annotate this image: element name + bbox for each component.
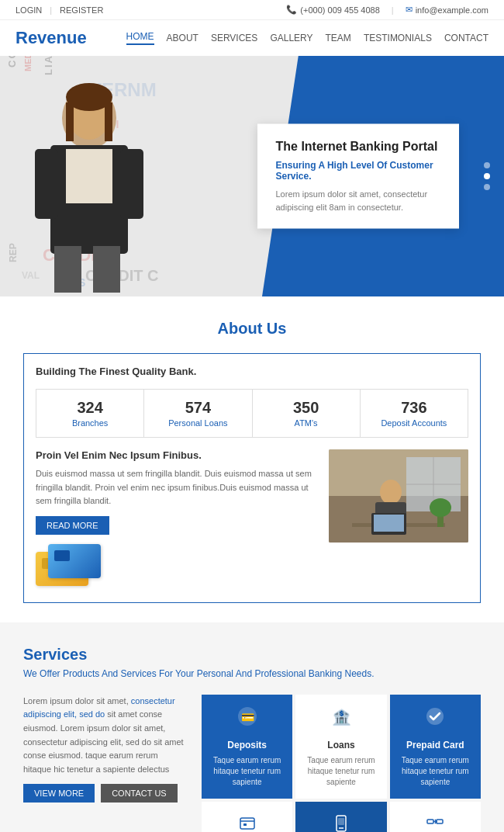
fund-svg: [424, 813, 446, 832]
hero-dot-1[interactable]: [484, 162, 490, 168]
services-section: Services We Offer Products And Services …: [0, 622, 504, 832]
service-tile-mcash: Mcash Taque earum rerum hitaque tenetur …: [295, 802, 386, 832]
about-image: [329, 449, 468, 543]
separator: |: [50, 5, 52, 15]
deposits-title: Deposits: [227, 740, 267, 751]
services-layout: Lorem ipsum dolor sit amet, consectetur …: [23, 695, 481, 832]
stat-label-branches: Branches: [46, 418, 134, 428]
header: Revenue HOME ABOUT SERVICES GALLERY TEAM…: [0, 20, 504, 56]
svg-rect-33: [427, 820, 433, 823]
email-info: ✉ info@example.com: [406, 5, 488, 15]
hero-card: The Internet Banking Portal Ensuring A H…: [257, 124, 459, 229]
stats-row: 324 Branches 574 Personal Loans 350 ATM'…: [36, 389, 468, 438]
nav-team[interactable]: TEAM: [326, 33, 351, 43]
contact-us-button[interactable]: CONTACT US: [101, 784, 178, 803]
read-more-button[interactable]: READ MORE: [36, 516, 109, 535]
stat-num-atms: 350: [262, 399, 350, 417]
hero-section: COLLECTION MEDICAL LIABILITY TAXES REP V…: [0, 56, 504, 296]
about-box: Building The Finest Quality Bank. 324 Br…: [23, 353, 481, 603]
services-desc-start: We Offer Products And Services For Your: [23, 668, 197, 679]
prepaid-title: Prepaid Card: [406, 740, 464, 751]
service-tile-prepaid: Prepaid Card Taque earum rerum hitaque t…: [390, 695, 481, 799]
stat-num-branches: 324: [46, 399, 134, 417]
services-title: Services: [23, 646, 481, 664]
nav-gallery[interactable]: GALLERY: [270, 33, 312, 43]
loans-svg: 🏦: [330, 705, 352, 727]
svg-rect-2: [35, 149, 58, 219]
stat-atms: 350 ATM's: [253, 390, 361, 437]
view-more-button[interactable]: VIEW MORE: [23, 784, 95, 803]
svg-rect-27: [240, 818, 254, 829]
register-link[interactable]: REGISTER: [60, 5, 103, 15]
deposits-desc: Taque earum rerum hitaque tenetur rum sa…: [209, 755, 285, 788]
card-blue: [48, 544, 101, 578]
about-sub-title: Proin Vel Enim Nec Ipsum Finibus.: [36, 449, 317, 461]
svg-rect-9: [66, 102, 74, 141]
services-left-body: Lorem ipsum dolor sit amet, consectetur …: [23, 695, 186, 777]
about-photo: [329, 449, 468, 543]
services-desc-personal: Personal: [197, 668, 233, 679]
hero-person: [4, 71, 174, 296]
stat-num-loans: 574: [154, 399, 242, 417]
svg-text:💳: 💳: [240, 711, 254, 724]
word-collection: COLLECTION: [6, 56, 18, 68]
about-section: About Us Building The Finest Quality Ban…: [0, 296, 504, 622]
about-title: About Us: [23, 320, 481, 338]
nav-home[interactable]: HOME: [126, 31, 154, 45]
deposits-svg: 💳: [236, 705, 258, 727]
card-chip-2: [54, 550, 70, 561]
services-buttons: VIEW MORE CONTACT US: [23, 784, 186, 803]
services-desc-professional: Professional Banking: [254, 668, 342, 679]
stat-label-loans: Personal Loans: [154, 418, 242, 428]
netbanking-icon: [236, 813, 258, 832]
email-icon: ✉: [406, 5, 413, 15]
service-tile-deposits: 💳 Deposits Taque earum rerum hitaque ten…: [202, 695, 292, 799]
service-tile-loans: 🏦 Loans Taque earum rerum hitaque tenetu…: [295, 695, 386, 799]
loans-icon: 🏦: [330, 705, 352, 732]
nav-about[interactable]: ABOUT: [167, 33, 198, 43]
about-title-a: A: [218, 320, 229, 337]
stat-label-deposits: Deposit Accounts: [370, 418, 458, 428]
stat-deposits: 736 Deposit Accounts: [361, 390, 468, 437]
mcash-icon: [330, 813, 352, 832]
nav-testimonials[interactable]: TESTIMONIALS: [364, 33, 432, 43]
about-content: Proin Vel Enim Nec Ipsum Finibus. Duis e…: [36, 449, 468, 591]
top-bar-contact: 📞 (+000) 009 455 4088 | ✉ info@example.c…: [286, 5, 488, 15]
prepaid-desc: Taque earum rerum hitaque tenetur rum sa…: [398, 755, 473, 788]
services-title-s: S: [23, 646, 33, 663]
top-bar: LOGIN | REGISTER 📞 (+000) 009 455 4088 |…: [0, 0, 504, 20]
credit-cards-image: [36, 544, 105, 591]
services-title-rest: ervices: [33, 646, 87, 663]
nav-services[interactable]: SERVICES: [211, 33, 257, 43]
person-silhouette: [12, 75, 167, 296]
hero-dot-2[interactable]: [484, 173, 490, 179]
phone-number: (+000) 009 455 4088: [300, 5, 379, 15]
svg-rect-10: [105, 102, 112, 141]
about-tagline: Building The Finest Quality Bank.: [36, 366, 468, 377]
fund-icon: [424, 813, 446, 832]
svg-text:🏦: 🏦: [331, 708, 350, 726]
login-link[interactable]: LOGIN: [16, 5, 42, 15]
svg-rect-29: [243, 823, 247, 826]
hero-card-subtitle: Ensuring A High Level Of Customer Servic…: [276, 160, 440, 182]
phone-info: 📞 (+000) 009 455 4088: [286, 5, 379, 15]
services-left-panel: Lorem ipsum dolor sit amet, consectetur …: [23, 695, 186, 832]
svg-rect-4: [54, 246, 81, 293]
word-medical: MEDICAL: [23, 56, 33, 71]
hero-dot-3[interactable]: [484, 184, 490, 190]
svg-rect-6: [66, 149, 112, 203]
loans-desc: Taque earum rerum hitaque tenetur rum sa…: [303, 755, 378, 788]
svg-rect-20: [374, 515, 404, 532]
nav-contact[interactable]: CONTACT: [444, 33, 488, 43]
netbanking-svg: [236, 813, 258, 832]
services-lorem-link1[interactable]: consectetur adipiscing elit, sed do: [23, 696, 175, 719]
stat-label-atms: ATM's: [262, 418, 350, 428]
prepaid-icon: [424, 705, 446, 732]
services-desc-end: Needs.: [342, 668, 374, 679]
svg-point-26: [426, 708, 444, 725]
hero-dots: [484, 162, 490, 190]
service-tile-netbanking: Net Banking Taque earum rerum hitaque te…: [202, 802, 292, 832]
about-body: Duis euismod massa ut sem fringilla blan…: [36, 467, 317, 508]
prepaid-svg: [424, 705, 446, 727]
deposits-icon: 💳: [236, 705, 258, 732]
